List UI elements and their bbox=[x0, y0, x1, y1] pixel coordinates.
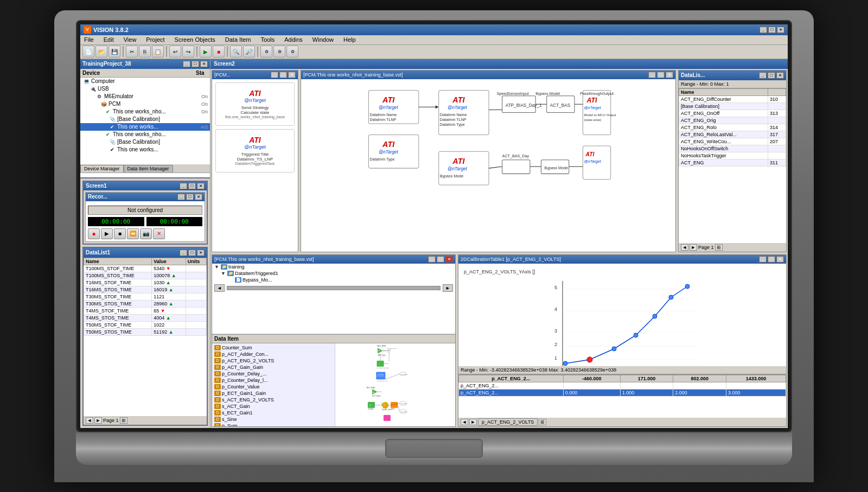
rec-min[interactable]: _ bbox=[177, 194, 185, 200]
rec-delete-btn[interactable]: ✕ bbox=[153, 228, 165, 239]
s1-min[interactable]: _ bbox=[180, 183, 187, 189]
menu-screen-objects[interactable]: Screen Objects bbox=[173, 36, 217, 43]
pcm2-close[interactable]: × bbox=[666, 72, 673, 78]
rec-record-btn[interactable]: ● bbox=[88, 228, 100, 239]
tree-item-m6[interactable]: ⚙M6Emulator On bbox=[80, 93, 210, 100]
table-row[interactable]: T50MS_STOF_TIME1022 bbox=[84, 321, 207, 328]
toolbar-extra3[interactable]: ⚙ bbox=[286, 46, 298, 57]
vste-max[interactable]: □ bbox=[437, 256, 444, 263]
tree-item-base-cal[interactable]: 📎[Base Calibration] bbox=[80, 116, 210, 123]
toolbar-stop[interactable]: ■ bbox=[213, 46, 225, 57]
toolbar-open[interactable]: 📂 bbox=[95, 46, 107, 57]
toolbar-zoom-out[interactable]: 🔎 bbox=[243, 46, 255, 57]
table-row[interactable]: T100MS_STOF_TIME5340 ▼ bbox=[84, 265, 207, 272]
di-p-sum[interactable]: Dp_Sum bbox=[213, 423, 334, 426]
vste-min[interactable]: _ bbox=[428, 256, 436, 263]
toolbar-new[interactable]: 📄 bbox=[82, 46, 94, 57]
dl1-prev[interactable]: ◄ bbox=[86, 417, 93, 424]
cal-max[interactable]: □ bbox=[768, 256, 775, 263]
menu-tools[interactable]: Tools bbox=[259, 36, 277, 43]
menu-edit[interactable]: Edit bbox=[102, 36, 116, 43]
toolbar-cut[interactable]: ✂ bbox=[126, 46, 138, 57]
dlr-prev[interactable]: ◄ bbox=[681, 244, 688, 251]
s1-close[interactable]: × bbox=[197, 183, 205, 189]
pcm1-close[interactable]: × bbox=[288, 72, 296, 78]
ati-block-2[interactable]: ATI @nTarget Triggered TitleDatalmm_TS_L… bbox=[215, 129, 295, 172]
cal-tab[interactable]: p_ACT_ENG_2_VOLTS bbox=[478, 418, 538, 426]
dlr-max[interactable]: □ bbox=[768, 72, 775, 79]
tree-item-works3[interactable]: ✔This one works_nho... bbox=[80, 131, 210, 138]
tree-node-training[interactable]: ▼ 📁 training bbox=[212, 264, 455, 270]
rec-rewind-btn[interactable]: ⏪ bbox=[127, 228, 139, 239]
menu-project[interactable]: Project bbox=[144, 36, 166, 43]
tree-item-pcm[interactable]: 📦PCM On bbox=[80, 100, 210, 108]
di-s-act-gain[interactable]: Ds_ACT_Gain bbox=[213, 403, 334, 410]
di-s-sine[interactable]: Ds_Sine bbox=[213, 416, 334, 423]
dl1-next[interactable]: ► bbox=[94, 417, 102, 424]
toolbar-redo[interactable]: ↪ bbox=[182, 46, 194, 57]
tree-item-base-cal2[interactable]: 📎[Base Calibration] bbox=[80, 138, 210, 146]
menu-file[interactable]: File bbox=[82, 36, 95, 43]
toolbar-copy[interactable]: ⎘ bbox=[139, 46, 151, 57]
s1-max[interactable]: □ bbox=[188, 183, 196, 189]
toolbar-extra2[interactable]: ⚙ bbox=[273, 46, 285, 57]
menu-view[interactable]: View bbox=[122, 36, 138, 43]
ati-block-1[interactable]: ATI @nTarget Send StrategyCalculate stat… bbox=[215, 82, 295, 126]
toolbar-paste[interactable]: 📋 bbox=[152, 46, 164, 57]
cal-row-1[interactable]: p_ACT_ENG_2... bbox=[459, 382, 786, 389]
tab-device-manager[interactable]: Device Manager bbox=[80, 165, 124, 172]
di-act-gain[interactable]: Dp_ACT_Gain_Gain bbox=[213, 364, 334, 370]
table-row[interactable]: ACT_ENG_Rolo314 bbox=[679, 124, 786, 131]
toolbar-zoom-in[interactable]: 🔍 bbox=[230, 46, 242, 57]
dl1-min[interactable]: _ bbox=[180, 250, 187, 256]
rec-close[interactable]: × bbox=[195, 194, 202, 200]
dlr-min[interactable]: _ bbox=[759, 72, 767, 79]
tree-item-works2[interactable]: ✔This one works... Act bbox=[80, 123, 210, 131]
proj-close-btn[interactable]: × bbox=[200, 61, 208, 67]
table-row[interactable]: ACT_ENG311 bbox=[679, 159, 786, 166]
di-counter-value[interactable]: Dp_Counter_Value bbox=[213, 384, 334, 390]
rec-stop-btn[interactable]: ■ bbox=[114, 228, 126, 239]
menu-help[interactable]: Help bbox=[342, 36, 358, 43]
cal-next[interactable]: ► bbox=[469, 419, 477, 425]
table-row[interactable]: T100MS_STOS_TIME100078 ▲ bbox=[84, 272, 207, 279]
dlr-close[interactable]: × bbox=[776, 72, 784, 79]
di-s-act-eng[interactable]: Ds_ACT_ENG_2_VOLTS bbox=[213, 397, 334, 403]
tree-scroll-bar[interactable] bbox=[227, 286, 441, 290]
cal-close[interactable]: × bbox=[776, 256, 784, 263]
di-act-adder[interactable]: Dp_ACT_Adder_Con... bbox=[213, 351, 334, 357]
table-row[interactable]: T30MS_STOF_TIME1121 bbox=[84, 293, 207, 300]
table-row[interactable]: ACT_ENG_WriteCou...207 bbox=[679, 138, 786, 145]
tree-item-works4[interactable]: ✔This one works... bbox=[80, 146, 210, 154]
table-row[interactable]: ACT_ENG_Orig bbox=[679, 117, 786, 124]
maximize-btn[interactable]: □ bbox=[768, 27, 776, 33]
table-row[interactable]: T16MS_STOF_TIME1030 ▲ bbox=[84, 279, 207, 286]
rec-camera-btn[interactable]: 📷 bbox=[140, 228, 152, 239]
trackpad[interactable] bbox=[385, 439, 483, 458]
tree-item-works1[interactable]: ✔This one works_nho... On bbox=[80, 108, 210, 116]
table-row[interactable]: [Base Calibration] bbox=[679, 103, 786, 110]
table-row[interactable]: T4MS_STOF_TIME65 ▼ bbox=[84, 307, 207, 314]
menu-window[interactable]: Window bbox=[311, 36, 335, 43]
di-counter-delay1[interactable]: Dp_Counter_Delay_... bbox=[213, 370, 334, 377]
tab-data-item-manager[interactable]: Data Item Manager bbox=[124, 165, 173, 172]
table-row[interactable]: ACT_ENG_DiffCounter310 bbox=[679, 95, 786, 103]
di-counter-sum[interactable]: DCounter_Sum bbox=[213, 344, 334, 351]
cal-row-2[interactable]: p_ACT_ENG_2... 0.0001.0002.0003.000 bbox=[459, 389, 786, 396]
dl1-close[interactable]: × bbox=[197, 250, 205, 256]
cal-scroll[interactable]: ⊞ bbox=[539, 419, 546, 425]
cal-min[interactable]: _ bbox=[759, 256, 767, 263]
pcm1-min[interactable]: _ bbox=[271, 72, 278, 78]
table-row[interactable]: T16MS_STOS_TIME16019 ▲ bbox=[84, 286, 207, 293]
di-s-ect-gain1[interactable]: Ds_ECT_Gain1 bbox=[213, 410, 334, 416]
proj-min-btn[interactable]: _ bbox=[183, 61, 190, 67]
table-row[interactable]: ACT_ENG_ReloLastVal...317 bbox=[679, 131, 786, 138]
tree-scroll-left[interactable]: ◄ bbox=[214, 284, 225, 292]
menu-addins[interactable]: Addins bbox=[283, 36, 304, 43]
table-row[interactable]: NoHooksTaskTrigger bbox=[679, 152, 786, 159]
cal-prev[interactable]: ◄ bbox=[461, 419, 468, 425]
di-counter-delay2[interactable]: Dp_Counter_Delay_l... bbox=[213, 377, 334, 384]
pcm2-max[interactable]: □ bbox=[657, 72, 665, 78]
table-row[interactable]: ACT_ENG_OnOff313 bbox=[679, 110, 786, 117]
table-row[interactable]: T4MS_STOS_TIME4004 ▲ bbox=[84, 314, 207, 321]
